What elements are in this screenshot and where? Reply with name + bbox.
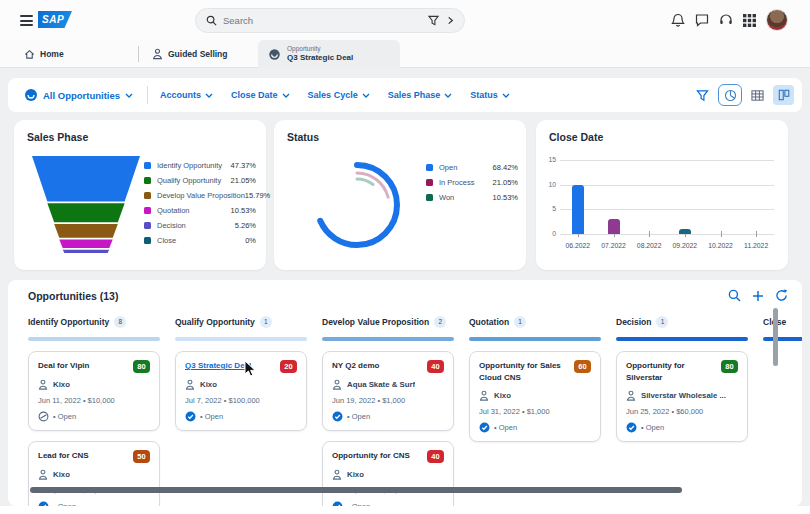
card-status: • Open [347,502,370,506]
filter-divider [147,86,148,104]
card-title[interactable]: Opportunity for Sales Cloud CNS [479,360,574,384]
user-avatar[interactable] [766,9,788,31]
opportunities-search-icon[interactable] [728,289,741,302]
sales-phase-funnel [30,156,142,256]
search-input[interactable] [223,15,428,26]
search-bar[interactable] [195,8,465,33]
tab-bar: Home Guided Selling Opportunity Q3 Strat… [0,40,810,68]
status-check-icon [332,411,343,422]
refresh-icon[interactable] [775,289,788,302]
column-label: Identify Opportunity [28,317,109,327]
sap-sales-cloud-app: SAP Home Guided Selling [0,0,810,514]
filter-accounts[interactable]: Accounts [160,90,213,100]
status-legend: Open68.42% In Process21.05% Won10.53% [426,160,518,205]
sales-phase-card: Sales Phase Identify Opportunity47.37% Q… [14,120,266,270]
search-filter-icon[interactable] [428,15,439,26]
app-grid-icon[interactable] [743,14,756,27]
legend-item: Qualify Opportunity21.05% [144,173,256,188]
tab-opportunity-type: Opportunity [287,45,353,53]
column-progress-bar [175,337,307,341]
column-count-badge: 1 [260,316,272,328]
person-icon [185,379,195,390]
opportunity-card[interactable]: Deal for Vipin80 Kixo Jun 11, 2022 • $10… [28,351,160,431]
filter-sales-cycle-label: Sales Cycle [308,90,358,100]
legend-item: Decision5.26% [144,218,256,233]
column-progress-bar [28,337,160,341]
filter-close-date[interactable]: Close Date [231,90,290,100]
table-view-icon[interactable] [751,89,764,102]
card-score-badge: 20 [280,360,297,373]
card-title[interactable]: NY Q2 demo [332,360,427,372]
filter-sales-cycle[interactable]: Sales Cycle [308,90,370,100]
all-opportunities-label: All Opportunities [43,90,120,101]
card-title[interactable]: Deal for Vipin [38,360,133,372]
add-opportunity-icon[interactable] [752,290,764,302]
filter-status[interactable]: Status [470,90,510,100]
card-score-badge: 40 [427,450,444,463]
legend-swatch [144,192,151,199]
column-label: Quotation [469,317,509,327]
all-opportunities-selector[interactable]: All Opportunities [24,88,133,102]
card-title[interactable]: Opportunity for CNS [332,450,427,462]
tab-opportunity-label: Q3 Strategic Deal [287,53,353,63]
home-icon [24,49,35,60]
legend-swatch [426,179,433,186]
person-icon [38,379,48,390]
card-owner: Kixo [347,470,364,479]
person-icon [626,390,636,401]
kanban-horizontal-scrollbar[interactable] [30,487,682,493]
legend-swatch [144,207,151,214]
tab-home[interactable]: Home [24,40,64,68]
chevron-down-icon [444,93,452,98]
tab-opportunity-active[interactable]: Opportunity Q3 Strategic Deal [258,40,400,68]
tab-divider [138,46,139,62]
legend-item: Won10.53% [426,190,518,205]
card-status: • Open [53,412,76,421]
person-icon [38,469,48,480]
column-progress-bar [322,337,454,341]
legend-item: In Process21.05% [426,175,518,190]
main-content: All Opportunities Accounts Close Date Sa… [0,68,810,506]
tab-guided-selling[interactable]: Guided Selling [152,40,228,68]
legend-item: Quotation10.53% [144,203,256,218]
legend-item: Identify Opportunity47.37% [144,158,256,173]
search-expand-icon[interactable] [447,16,454,25]
legend-item: Open68.42% [426,160,518,175]
menu-icon[interactable] [20,15,33,29]
close-date-plot: 05101506.202207.202208.202209.202210.202… [560,160,774,234]
person-icon [479,390,489,401]
filter-status-label: Status [470,90,498,100]
status-check-icon [332,501,343,506]
legend-item: Develop Value Proposition15.79% [144,188,256,203]
kanban-column-qualify-opportunity: Qualify Opportunity 1 Q3 Strategic Deal2… [175,314,307,506]
filter-sales-phase[interactable]: Sales Phase [388,90,453,100]
card-title[interactable]: Opportunity for Silverstar [626,360,721,384]
card-score-badge: 40 [427,360,444,373]
opportunity-card-q3-strategic-deal[interactable]: Q3 Strategic Deal20 Kixo Jul 7, 2022 • $… [175,351,307,431]
tab-guided-selling-label: Guided Selling [168,49,228,59]
opportunity-card[interactable]: Opportunity for Silverstar80 Silverstar … [616,351,748,442]
search-icon [206,15,217,26]
card-owner: Aqua Skate & Surf [347,380,415,389]
status-radial [302,150,412,260]
kanban-view-button[interactable] [773,85,794,105]
opportunity-card[interactable]: NY Q2 demo40 Aqua Skate & Surf Jun 19, 2… [322,351,454,431]
opportunity-card[interactable]: Opportunity for Sales Cloud CNS60 Kixo J… [469,351,601,442]
card-score-badge: 50 [133,450,150,463]
chart-view-button[interactable] [718,84,742,106]
card-title[interactable]: Lead for CNS [38,450,133,462]
card-title-link[interactable]: Q3 Strategic Deal [185,360,280,372]
kanban-vertical-scrollbar[interactable] [773,308,778,366]
notifications-bell-icon[interactable] [671,13,685,28]
close-date-card: Close Date 05101506.202207.202208.202209… [536,120,788,270]
card-score-badge: 80 [133,360,150,373]
status-check-icon [185,411,196,422]
column-label: Decision [616,317,651,327]
support-headset-icon[interactable] [719,13,733,27]
guided-selling-person-icon [152,48,163,60]
opportunity-card[interactable]: Lead for CNS50 Kixo Jul 3, 2022 • $10,00… [28,441,160,506]
filter-funnel-icon[interactable] [696,89,709,102]
opportunity-card[interactable]: Opportunity for CNS40 Kixo Jun 10, 2022 … [322,441,454,506]
chat-icon[interactable] [695,13,709,27]
all-opportunities-icon [24,88,38,102]
